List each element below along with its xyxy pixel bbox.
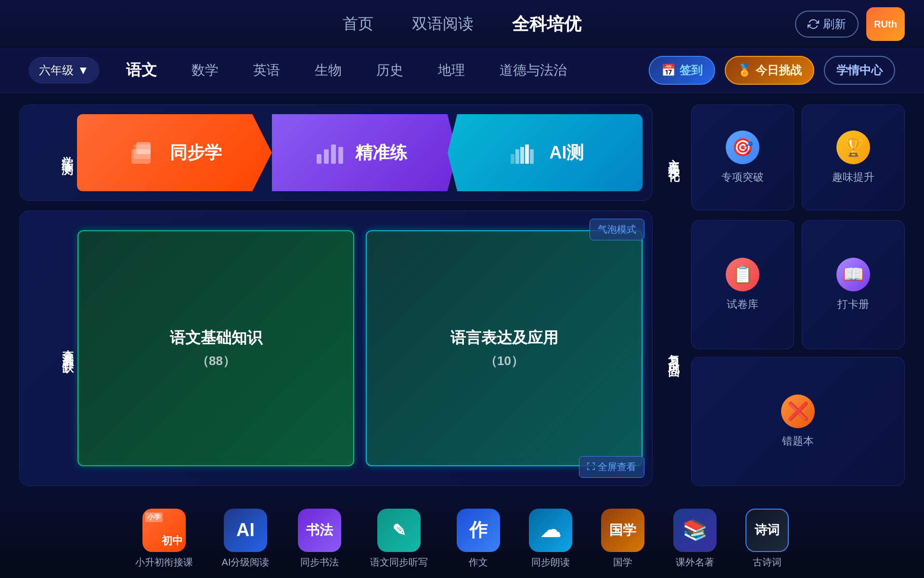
app-label-reading-aloud: 同步朗读 — [531, 556, 570, 569]
study-card-sync[interactable]: 同步学 — [77, 114, 272, 191]
subject-geography[interactable]: 地理 — [430, 57, 473, 83]
app-icon-calligraphy: 书法 — [298, 509, 341, 552]
trophy-icon: 🏆 — [836, 131, 870, 164]
error-icon: ❌ — [781, 394, 815, 428]
chevron-down-icon: ▼ — [77, 64, 89, 77]
refresh-icon — [808, 18, 819, 30]
checkin-icon: 📖 — [836, 258, 870, 291]
app-label-poetry: 古诗词 — [753, 556, 782, 569]
nav-allsubject[interactable]: 全科培优 — [512, 13, 581, 36]
study-section-label: 学练测 — [58, 147, 77, 158]
app-icon-junior-bridge: 小学 初中 — [142, 509, 186, 552]
app-calligraphy[interactable]: 书法 同步书法 — [298, 509, 341, 569]
gap-card-1-label: 语文基础知识 — [170, 328, 262, 349]
subject-biology[interactable]: 生物 — [307, 57, 349, 83]
subject-english[interactable]: 英语 — [245, 57, 288, 83]
gap-card-2-count: （10） — [485, 353, 524, 369]
theme-section: 主题强化 🎯 专项突破 🏆 趣味提升 — [664, 105, 905, 210]
app-icon-poetry: 诗词 — [745, 509, 789, 552]
grade-selector[interactable]: 六年级 ▼ — [29, 57, 99, 83]
header-right: 刷新 RUth — [795, 7, 905, 41]
nav-bilingual[interactable]: 双语阅读 — [412, 13, 474, 35]
study-card-ai[interactable]: AI测 — [448, 114, 642, 191]
ai-icon — [506, 136, 539, 170]
learning-center-button[interactable]: 学情中心 — [824, 56, 895, 85]
review-section: 复习巩固 📋 试卷库 📖 打卡册 ❌ 错题本 — [664, 220, 905, 486]
bubble-mode-button[interactable]: 气泡模式 — [590, 219, 644, 240]
app-icon-dictation: ✎ — [377, 509, 421, 552]
ai-label: AI测 — [549, 141, 584, 165]
user-avatar[interactable]: RUth — [866, 7, 905, 41]
exam-label: 试卷库 — [727, 297, 758, 312]
svg-rect-8 — [515, 149, 519, 164]
special-label: 专项突破 — [721, 170, 764, 184]
study-cards: 同步学 精准练 — [77, 114, 642, 191]
app-label-guoxue: 国学 — [613, 556, 632, 569]
signin-button[interactable]: 📅 签到 — [649, 56, 715, 85]
main-content: 学练测 同步学 — [0, 93, 924, 498]
app-poetry[interactable]: 诗词 古诗词 — [745, 509, 789, 569]
app-icon-guoxue: 国学 — [601, 509, 644, 552]
left-section: 学练测 同步学 — [19, 105, 653, 486]
subject-chinese[interactable]: 语文 — [118, 56, 165, 85]
study-card-precise[interactable]: 精准练 — [262, 114, 457, 191]
app-icon-reading-aloud: ☁ — [529, 509, 572, 552]
subject-math[interactable]: 数学 — [184, 57, 226, 83]
challenge-label: 今日挑战 — [756, 63, 802, 78]
subject-morality[interactable]: 道德与法治 — [492, 57, 575, 83]
subject-bar-actions: 📅 签到 🏅 今日挑战 学情中心 — [649, 56, 895, 85]
svg-rect-2 — [136, 142, 151, 154]
app-dictation[interactable]: ✎ 语文同步听写 — [370, 509, 428, 569]
subject-bar: 六年级 ▼ 语文 数学 英语 生物 历史 地理 道德与法治 📅 签到 🏅 今日挑… — [0, 48, 924, 93]
review-section-label: 复习巩固 — [664, 220, 683, 486]
bottom-apps: 小学 初中 小升初衔接课 AI AI分级阅读 书法 同步书法 ✎ 语文同步听写 … — [0, 498, 924, 578]
review-card-exam[interactable]: 📋 试卷库 — [691, 220, 794, 349]
precise-icon — [312, 136, 346, 170]
theme-card-fun[interactable]: 🏆 趣味提升 — [802, 105, 905, 210]
app-icon-ai-reading: AI — [224, 509, 267, 552]
app-composition[interactable]: 作 作文 — [457, 509, 500, 569]
learning-label: 学情中心 — [836, 63, 883, 78]
review-card-checkin[interactable]: 📖 打卡册 — [802, 220, 905, 349]
svg-rect-5 — [331, 144, 336, 164]
svg-rect-3 — [317, 154, 321, 164]
user-name: RUth — [874, 19, 897, 30]
app-reading-aloud[interactable]: ☁ 同步朗读 — [529, 509, 572, 569]
app-classics[interactable]: 📚 课外名著 — [673, 509, 717, 569]
app-icon-composition: 作 — [457, 509, 500, 552]
fullscreen-button[interactable]: 全屏查看 — [579, 456, 644, 478]
svg-rect-7 — [511, 154, 514, 164]
gap-section-label: 查漏补缺 — [58, 221, 77, 476]
badge-junior: 初中 — [162, 534, 183, 548]
gap-card-chinese-basics[interactable]: 语文基础知识 （88） — [77, 230, 354, 466]
precise-label: 精准练 — [355, 141, 407, 165]
exam-icon: 📋 — [726, 258, 759, 291]
gap-cards: 语文基础知识 （88） 语言表达及应用 （10） — [77, 230, 642, 466]
review-card-errors[interactable]: ❌ 错题本 — [691, 357, 905, 486]
refresh-button[interactable]: 刷新 — [795, 11, 859, 38]
app-ai-reading[interactable]: AI AI分级阅读 — [222, 509, 270, 569]
challenge-button[interactable]: 🏅 今日挑战 — [725, 56, 814, 85]
target-icon: 🎯 — [726, 131, 759, 164]
svg-rect-6 — [338, 147, 343, 164]
fullscreen-label: 全屏查看 — [598, 461, 636, 472]
right-section: 主题强化 🎯 专项突破 🏆 趣味提升 复习巩固 📋 试卷库 — [664, 105, 905, 486]
header: 首页 双语阅读 全科培优 刷新 RUth — [0, 0, 924, 48]
app-label-junior-bridge: 小升初衔接课 — [135, 556, 193, 569]
signin-label: 签到 — [680, 63, 703, 78]
grade-label: 六年级 — [39, 63, 74, 78]
theme-card-special[interactable]: 🎯 专项突破 — [691, 105, 794, 210]
precise-card-illustration — [314, 140, 343, 166]
app-junior-bridge[interactable]: 小学 初中 小升初衔接课 — [135, 509, 193, 569]
subject-history[interactable]: 历史 — [369, 57, 411, 83]
ai-card-illustration — [508, 140, 537, 166]
nav-home[interactable]: 首页 — [343, 13, 373, 35]
svg-rect-4 — [324, 149, 329, 164]
sync-card-illustration — [129, 140, 158, 166]
checkin-label: 打卡册 — [837, 297, 869, 312]
app-label-dictation: 语文同步听写 — [370, 556, 428, 569]
svg-rect-10 — [525, 144, 529, 164]
app-guoxue[interactable]: 国学 国学 — [601, 509, 644, 569]
gap-card-language-expression[interactable]: 语言表达及应用 （10） — [366, 230, 642, 466]
theme-section-label: 主题强化 — [664, 105, 683, 210]
